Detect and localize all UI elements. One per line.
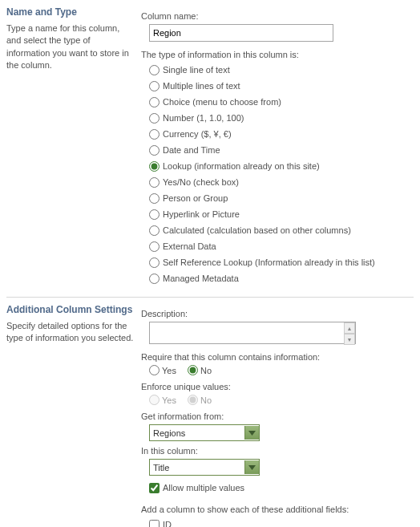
allow-multiple-label: Allow multiple values bbox=[163, 480, 244, 495]
description-textarea[interactable] bbox=[149, 322, 356, 344]
section-description: Type a name for this column, and select … bbox=[6, 22, 135, 72]
type-option-yesno[interactable]: Yes/No (check box) bbox=[149, 175, 414, 190]
allow-multiple-row[interactable]: Allow multiple values bbox=[149, 480, 414, 495]
get-from-label: Get information from: bbox=[141, 411, 414, 421]
radio-selfref[interactable] bbox=[149, 257, 160, 268]
get-from-select[interactable]: Regions bbox=[149, 424, 260, 441]
svg-marker-1 bbox=[248, 465, 256, 470]
type-option-choice[interactable]: Choice (menu to choose from) bbox=[149, 95, 414, 110]
enforce-radio-group: Yes No bbox=[149, 395, 414, 405]
radio-choice[interactable] bbox=[149, 97, 160, 107]
type-option-single-line[interactable]: Single line of text bbox=[149, 63, 414, 78]
extra-id-label: ID bbox=[163, 517, 172, 527]
radio-number[interactable] bbox=[149, 113, 160, 124]
type-option-multi-line[interactable]: Multiple lines of text bbox=[149, 79, 414, 94]
type-label: External Data bbox=[163, 239, 216, 254]
in-column-select[interactable]: Title bbox=[149, 459, 260, 476]
radio-multi-line[interactable] bbox=[149, 81, 160, 91]
column-name-label: Column name: bbox=[141, 11, 414, 21]
type-label: Choice (menu to choose from) bbox=[163, 95, 281, 110]
radio-yesno[interactable] bbox=[149, 177, 160, 188]
additional-settings-section: Additional Column Settings Specify detai… bbox=[6, 304, 414, 527]
radio-enforce-no bbox=[188, 395, 198, 405]
type-label: Calculated (calculation based on other c… bbox=[163, 223, 351, 238]
right-column: Description: ▲ ▼ Require that this colum… bbox=[141, 304, 414, 527]
right-column: Column name: The type of information in … bbox=[141, 6, 414, 287]
type-label: Multiple lines of text bbox=[163, 79, 240, 94]
left-column: Additional Column Settings Specify detai… bbox=[6, 304, 141, 527]
type-label: Lookup (information already on this site… bbox=[163, 159, 320, 174]
type-label: Managed Metadata bbox=[163, 271, 239, 286]
left-column: Name and Type Type a name for this colum… bbox=[6, 6, 141, 287]
type-option-managed-metadata[interactable]: Managed Metadata bbox=[149, 271, 414, 286]
yes-label: Yes bbox=[162, 395, 176, 405]
yes-label: Yes bbox=[162, 366, 176, 375]
type-option-hyperlink[interactable]: Hyperlink or Picture bbox=[149, 207, 414, 222]
dropdown-icon[interactable] bbox=[244, 426, 259, 440]
type-label: Date and Time bbox=[163, 143, 220, 158]
description-textarea-wrap: ▲ ▼ bbox=[149, 322, 356, 346]
type-label: Hyperlink or Picture bbox=[163, 207, 240, 222]
section-heading: Name and Type bbox=[6, 6, 135, 18]
require-label: Require that this column contains inform… bbox=[141, 352, 414, 362]
dropdown-icon[interactable] bbox=[244, 460, 259, 474]
radio-managed-metadata[interactable] bbox=[149, 274, 160, 284]
radio-datetime[interactable] bbox=[149, 145, 160, 156]
type-label: Number (1, 1.0, 100) bbox=[163, 111, 244, 126]
column-name-input[interactable] bbox=[149, 24, 333, 42]
type-option-external[interactable]: External Data bbox=[149, 239, 414, 254]
require-yes-option[interactable]: Yes bbox=[149, 365, 176, 375]
enforce-no-option: No bbox=[188, 395, 212, 405]
require-radio-group: Yes No bbox=[149, 365, 414, 375]
type-label: Self Reference Lookup (Information alrea… bbox=[163, 255, 375, 270]
allow-multiple-checkbox[interactable] bbox=[149, 483, 160, 493]
radio-single-line[interactable] bbox=[149, 65, 160, 75]
scrollbar[interactable]: ▲ ▼ bbox=[344, 322, 355, 345]
extra-id-checkbox[interactable] bbox=[149, 520, 160, 528]
add-column-label: Add a column to show each of these addit… bbox=[141, 505, 414, 514]
radio-person[interactable] bbox=[149, 193, 160, 204]
section-heading: Additional Column Settings bbox=[6, 304, 135, 315]
section-divider bbox=[6, 297, 414, 298]
svg-marker-0 bbox=[248, 431, 256, 436]
type-option-person[interactable]: Person or Group bbox=[149, 191, 414, 206]
radio-calculated[interactable] bbox=[149, 225, 160, 236]
type-option-calculated[interactable]: Calculated (calculation based on other c… bbox=[149, 223, 414, 238]
radio-require-no[interactable] bbox=[188, 365, 198, 375]
radio-hyperlink[interactable] bbox=[149, 209, 160, 220]
extra-field-id-row[interactable]: ID bbox=[149, 517, 414, 527]
description-label: Description: bbox=[141, 309, 414, 318]
radio-external[interactable] bbox=[149, 241, 160, 252]
type-option-currency[interactable]: Currency ($, ¥, €) bbox=[149, 127, 414, 142]
type-label: Currency ($, ¥, €) bbox=[163, 127, 232, 142]
radio-enforce-yes bbox=[149, 395, 160, 405]
type-option-selfref[interactable]: Self Reference Lookup (Information alrea… bbox=[149, 255, 414, 270]
type-label: Person or Group bbox=[163, 191, 228, 206]
type-option-number[interactable]: Number (1, 1.0, 100) bbox=[149, 111, 414, 126]
section-description: Specify detailed options for the type of… bbox=[6, 320, 135, 345]
in-column-label: In this column: bbox=[141, 446, 414, 456]
enforce-yes-option: Yes bbox=[149, 395, 176, 405]
radio-require-yes[interactable] bbox=[149, 365, 160, 375]
scroll-up-icon[interactable]: ▲ bbox=[344, 322, 355, 334]
type-intro-label: The type of information in this column i… bbox=[141, 50, 414, 59]
type-label: Yes/No (check box) bbox=[163, 175, 239, 190]
scroll-down-icon[interactable]: ▼ bbox=[344, 334, 355, 345]
type-option-datetime[interactable]: Date and Time bbox=[149, 143, 414, 158]
radio-currency[interactable] bbox=[149, 129, 160, 140]
name-and-type-section: Name and Type Type a name for this colum… bbox=[6, 6, 414, 287]
enforce-label: Enforce unique values: bbox=[141, 382, 414, 391]
require-no-option[interactable]: No bbox=[188, 365, 212, 375]
type-label: Single line of text bbox=[163, 63, 230, 78]
radio-lookup[interactable] bbox=[149, 161, 160, 172]
get-from-value: Regions bbox=[150, 428, 244, 438]
no-label: No bbox=[200, 395, 212, 405]
in-column-value: Title bbox=[150, 463, 244, 472]
no-label: No bbox=[200, 366, 212, 375]
type-option-lookup[interactable]: Lookup (information already on this site… bbox=[149, 159, 414, 174]
